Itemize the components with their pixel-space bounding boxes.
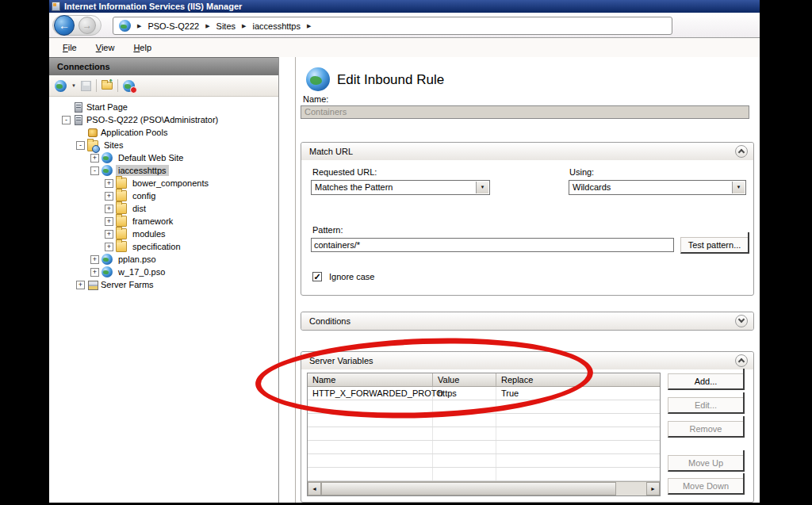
name-field: Containers — [301, 105, 749, 119]
folder-icon — [116, 190, 127, 201]
connections-toolbar: ▼ — [49, 75, 278, 97]
scroll-right-icon[interactable]: ► — [646, 482, 660, 495]
match-url-header[interactable]: Match URL — [301, 143, 753, 160]
collapse-button[interactable] — [735, 145, 748, 158]
scrollbar-track[interactable] — [616, 482, 646, 495]
site-globe-icon — [102, 266, 113, 277]
expand-box[interactable]: + — [105, 179, 113, 188]
breadcrumb-arrow-icon: ▶ — [205, 23, 209, 29]
menu-help[interactable]: Help — [133, 43, 151, 52]
site-globe-icon — [102, 165, 113, 176]
tree-item-sites[interactable]: - Sites — [59, 139, 278, 151]
site-globe-icon — [102, 152, 113, 163]
tree-item-dist[interactable]: + dist — [59, 202, 278, 215]
edit-button[interactable]: Edit... — [668, 397, 744, 414]
breadcrumb-item-server[interactable]: PSO-S-Q222 — [147, 21, 199, 31]
globe-icon — [119, 20, 131, 32]
collapse-box[interactable]: - — [62, 116, 71, 124]
expand-box[interactable]: + — [105, 205, 113, 213]
folder-icon — [116, 241, 127, 252]
sites-folder-icon — [87, 140, 98, 151]
collapse-button[interactable] — [735, 354, 748, 367]
expand-box[interactable]: + — [90, 268, 99, 277]
caret-down-icon[interactable]: ▼ — [71, 83, 76, 88]
table-row-empty — [308, 468, 660, 481]
tree-item-config[interactable]: + config — [59, 189, 278, 202]
scroll-left-icon[interactable]: ◄ — [308, 482, 321, 495]
horizontal-scrollbar[interactable]: ◄ ► — [308, 481, 660, 495]
dropdown-arrow-icon[interactable]: ▼ — [476, 182, 488, 193]
chevron-up-icon — [738, 149, 745, 155]
breadcrumb-item-sites[interactable]: Sites — [216, 21, 236, 31]
table-row-empty — [308, 427, 660, 441]
using-dropdown[interactable]: Wildcards ▼ — [569, 180, 746, 195]
expand-box[interactable]: + — [105, 243, 113, 251]
menu-file[interactable]: File — [63, 43, 77, 52]
window-title: Internet Information Services (IIS) Mana… — [64, 2, 242, 11]
save-icon[interactable] — [81, 81, 91, 91]
breadcrumb-arrow-icon: ▶ — [242, 23, 246, 29]
move-up-button[interactable]: Move Up — [668, 455, 744, 472]
using-label: Using: — [569, 167, 594, 177]
name-label: Name: — [303, 94, 328, 104]
check-icon: ✓ — [313, 272, 320, 281]
requested-url-label: Requested URL: — [312, 167, 377, 177]
toolbar-divider — [96, 79, 97, 92]
conditions-section: Conditions — [301, 312, 754, 331]
tree-item-server-farms[interactable]: + Server Farms — [59, 278, 278, 291]
breadcrumb-arrow-icon: ▶ — [307, 23, 311, 29]
screenshot-stage: Internet Information Services (IIS) Mana… — [0, 0, 812, 505]
title-bar: Internet Information Services (IIS) Mana… — [49, 0, 760, 13]
folder-up-icon[interactable] — [102, 82, 113, 90]
tree-item-start-page[interactable]: Start Page — [59, 101, 278, 113]
pattern-input[interactable]: containers/* — [311, 238, 674, 252]
conditions-header[interactable]: Conditions — [301, 312, 753, 330]
scrollbar-thumb[interactable] — [321, 482, 616, 495]
move-down-button[interactable]: Move Down — [668, 478, 744, 495]
dropdown-arrow-icon[interactable]: ▼ — [732, 182, 745, 193]
folder-icon — [116, 228, 127, 239]
expand-box[interactable]: + — [90, 255, 99, 264]
remove-button[interactable]: Remove — [668, 421, 744, 438]
tree-item-iaccesshttps[interactable]: - iaccesshttps — [59, 164, 278, 177]
navigation-bar: ← → ▶ PSO-S-Q222 ▶ Sites ▶ iaccesshttps … — [49, 13, 760, 38]
tree-item-default-web-site[interactable]: + Default Web Site — [59, 151, 278, 164]
toolbar-divider — [117, 79, 118, 92]
expand-box[interactable]: + — [105, 192, 113, 201]
chevron-up-icon — [738, 358, 745, 365]
table-row-empty — [308, 454, 660, 468]
menu-view[interactable]: View — [96, 43, 115, 52]
breadcrumb-arrow-icon: ▶ — [137, 23, 141, 29]
breadcrumb-item-site[interactable]: iaccesshttps — [252, 21, 301, 31]
main-panel: Edit Inbound Rule Name: Containers Match… — [295, 57, 760, 503]
tree-item-pplan-pso[interactable]: + pplan.pso — [59, 253, 278, 266]
disconnect-icon[interactable] — [123, 80, 135, 92]
tree-item-specification[interactable]: + specification — [59, 240, 278, 253]
tree-item-w-17-0-pso[interactable]: + w_17_0.pso — [59, 266, 278, 278]
expand-box[interactable]: + — [105, 230, 113, 239]
tree-item-application-pools[interactable]: Application Pools — [59, 126, 278, 139]
expand-button[interactable] — [735, 315, 748, 327]
page-title: Edit Inbound Rule — [337, 72, 444, 88]
collapse-box[interactable]: - — [76, 141, 85, 150]
test-pattern-button[interactable]: Test pattern... — [680, 237, 749, 254]
tree-item-modules[interactable]: + modules — [59, 228, 278, 240]
expand-box[interactable]: + — [90, 154, 99, 163]
tree-item-framework[interactable]: + framework — [59, 215, 278, 228]
folder-icon — [116, 178, 127, 189]
requested-url-dropdown[interactable]: Matches the Pattern ▼ — [311, 180, 490, 195]
forward-button[interactable]: → — [79, 17, 96, 34]
tree-item-bower-components[interactable]: + bower_components — [59, 177, 278, 189]
expand-box[interactable]: + — [105, 217, 113, 226]
connections-tree: Start Page - PSO-S-Q222 (PSO\Administrat… — [49, 97, 278, 291]
menu-bar: File View Help — [49, 38, 760, 57]
expand-box[interactable]: + — [76, 281, 85, 289]
add-button[interactable]: Add... — [668, 373, 744, 390]
iis-manager-window: Internet Information Services (IIS) Mana… — [49, 0, 760, 503]
application-pools-icon — [88, 128, 98, 137]
tree-item-server[interactable]: - PSO-S-Q222 (PSO\Administrator) — [59, 113, 278, 126]
collapse-box[interactable]: - — [90, 166, 99, 175]
create-connection-icon[interactable] — [55, 80, 67, 92]
ignore-case-checkbox[interactable]: ✓ — [312, 272, 322, 281]
back-button[interactable]: ← — [54, 15, 75, 36]
